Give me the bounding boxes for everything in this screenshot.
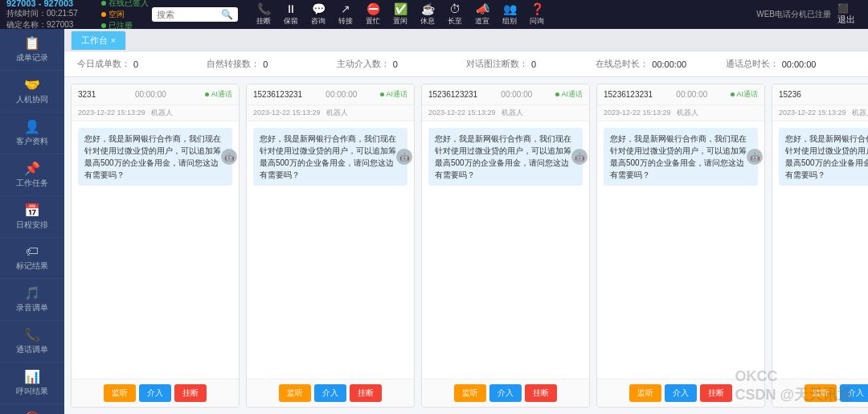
sidebar-item-human-ai[interactable]: 🤝 人机协同 — [0, 71, 64, 113]
toolbar-long[interactable]: ⏱ 长至 — [442, 1, 468, 28]
monitor-button[interactable]: 监听 — [629, 384, 661, 402]
toolbar-idle[interactable]: ✅ 置闲 — [387, 1, 413, 28]
sidebar-item-tags[interactable]: 🏷 标记结果 — [0, 238, 64, 279]
search-icon: 🔍 — [221, 9, 233, 20]
conv-card: 15236123231 00:00:00 AI通话 2023-12-22 15:… — [246, 84, 415, 408]
missed-icon: 📵 — [24, 411, 40, 414]
card-ai-badge: AI通话 — [205, 89, 232, 100]
stats-bar: 今日成单数： 0 自然转接数： 0 主动介入数： 0 对话图注断数： 0 在线总… — [64, 51, 868, 77]
message-bubble: 您好，我是新网银行合作商，我们现在针对使用过微业贷的用户，可以追加筹最高500万… — [253, 128, 407, 186]
sidebar-item-recording[interactable]: 🎵 录音调单 — [0, 279, 64, 321]
card-header: 15236123231 00:00:00 AI通话 — [247, 84, 414, 105]
hold-icon: ⏸ — [285, 2, 297, 15]
conv-card: 3231 00:00:00 AI通话 2023-12-22 15:13:29 机… — [71, 84, 240, 408]
intervene-button[interactable]: 介入 — [139, 384, 171, 402]
sidebar-item-schedule[interactable]: 📅 日程安排 — [0, 196, 64, 238]
card-meta: 2023-12-22 15:13:29 机器人 — [422, 105, 589, 121]
hangup-button[interactable]: 挂断 — [174, 384, 207, 402]
calls-icon: 📞 — [24, 327, 40, 342]
online-dot — [101, 1, 106, 6]
conv-card: 15236123231 00:00:00 AI通话 2023-12-22 15:… — [596, 84, 765, 408]
idle-dot — [101, 12, 106, 17]
sidebar-item-customer[interactable]: 👤 客户资料 — [0, 113, 64, 154]
intervene-button[interactable]: 介入 — [489, 384, 522, 402]
monitor-button[interactable]: 监听 — [454, 384, 486, 402]
top-bar: 927003 - 927003 持续时间：00:21:57 确定名称：92700… — [0, 0, 868, 29]
card-ai-badge: AI通话 — [380, 89, 407, 100]
announce-icon: 📣 — [476, 2, 489, 15]
card-meta: 2023-12-22 15:13:29 机器人 — [247, 105, 414, 121]
sidebar-item-calls[interactable]: 📞 通话调单 — [0, 321, 64, 363]
search-input[interactable] — [157, 10, 221, 19]
busy-icon: ⛔ — [366, 2, 380, 15]
toolbar-hold[interactable]: ⏸ 保留 — [278, 1, 304, 28]
card-header: 3231 00:00:00 AI通话 — [72, 84, 239, 105]
intervene-button[interactable]: 介入 — [314, 384, 346, 402]
ai-dot — [380, 92, 384, 96]
card-body: 您好，我是新网银行合作商，我们现在针对使用过微业贷的用户，可以追加筹最高500万… — [772, 121, 868, 379]
toolbar-announce[interactable]: 📣 道宣 — [469, 1, 495, 28]
tabs-bar: 工作台 × — [64, 29, 868, 51]
avatar: 🤖 — [221, 149, 237, 165]
consult-icon: 💬 — [312, 2, 326, 15]
monitor-button[interactable]: 监听 — [104, 384, 136, 402]
sidebar: 📋 成单记录 🤝 人机协同 👤 客户资料 📌 工作任务 📅 日程安排 🏷 标记结… — [0, 29, 64, 414]
hangup-button[interactable]: 挂断 — [525, 384, 557, 402]
card-body: 您好，我是新网银行合作商，我们现在针对使用过微业贷的用户，可以追加筹最高500万… — [72, 121, 239, 379]
card-ai-badge: AI通话 — [731, 89, 758, 100]
card-footer: 监听 介入 挂断 — [247, 379, 414, 407]
transfer-icon: ↗ — [341, 2, 350, 15]
message-bubble: 您好，我是新网银行合作商，我们现在针对使用过微业贷的用户，可以追加筹最高500万… — [428, 128, 583, 186]
toolbar-inquiry[interactable]: ❓ 问询 — [524, 1, 550, 28]
toolbar-rest[interactable]: ☕ 休息 — [415, 1, 440, 28]
stat-today-count: 今日成单数： 0 — [77, 58, 207, 70]
ai-dot — [555, 92, 559, 96]
message-bubble: 您好，我是新网银行合作商，我们现在针对使用过微业贷的用户，可以追加筹最高500万… — [604, 128, 758, 186]
intervene-button[interactable]: 介入 — [840, 384, 868, 402]
toolbar-transfer[interactable]: ↗ 转接 — [333, 1, 358, 28]
long-icon: ⏱ — [449, 2, 461, 15]
hangup-button[interactable]: 挂断 — [700, 384, 732, 402]
sidebar-item-orders[interactable]: 📋 成单记录 — [0, 29, 64, 71]
message-bubble: 您好，我是新网银行合作商，我们现在针对使用过微业贷的用户，可以追加筹最高500万… — [779, 128, 868, 186]
card-meta: 2023-12-22 15:13:29 机器人 — [72, 105, 239, 121]
web-tel-label: WEB电话分机已注册 — [756, 9, 831, 20]
tab-close-button[interactable]: × — [111, 36, 116, 45]
card-meta: 2023-12-22 15:13:29 机器人 — [772, 105, 868, 121]
sidebar-item-call-results[interactable]: 📊 呼叫结果 — [0, 363, 64, 404]
card-body: 您好，我是新网银行合作商，我们现在针对使用过微业贷的用户，可以追加筹最高500万… — [422, 121, 589, 379]
search-box[interactable]: 🔍 — [152, 7, 238, 22]
stat-dialog-suspend: 对话图注断数： 0 — [466, 58, 596, 70]
card-phone: 15236123231 — [428, 90, 477, 99]
status-idle: 空闲 — [101, 9, 149, 20]
group-icon: 👥 — [503, 2, 517, 15]
sidebar-item-tasks[interactable]: 📌 工作任务 — [0, 154, 64, 196]
cards-area: 3231 00:00:00 AI通话 2023-12-22 15:13:29 机… — [64, 77, 868, 414]
card-phone: 15236123231 — [253, 90, 302, 99]
intervene-button[interactable]: 介入 — [665, 384, 697, 402]
sidebar-item-missed[interactable]: 📵 未接来电 — [0, 404, 64, 414]
avatar: 🤖 — [571, 149, 588, 165]
tags-icon: 🏷 — [26, 244, 39, 259]
status-indicators: 在线已签入 空闲 已注册 — [101, 0, 149, 31]
hangup-button[interactable]: 挂断 — [350, 384, 382, 402]
main-layout: 📋 成单记录 🤝 人机协同 👤 客户资料 📌 工作任务 📅 日程安排 🏷 标记结… — [0, 29, 868, 414]
monitor-button[interactable]: 监听 — [279, 384, 311, 402]
stat-online-duration: 在线总时长： 00:00:00 — [596, 58, 725, 70]
toolbar-hangup[interactable]: 📞 挂断 — [251, 1, 276, 28]
tab-workbench[interactable]: 工作台 × — [71, 31, 126, 50]
toolbar-busy[interactable]: ⛔ 置忙 — [360, 1, 386, 28]
status-registered: 已注册 — [101, 20, 149, 31]
stat-natural-transfer: 自然转接数： 0 — [207, 58, 336, 70]
conv-card: 15236 AI通话 2023-12-22 15:13:29 机器人 您好，我是… — [772, 84, 868, 408]
toolbar-consult[interactable]: 💬 咨询 — [305, 1, 331, 28]
monitor-button[interactable]: 监听 — [805, 384, 837, 402]
logout-button[interactable]: ⬛ 退出 — [831, 0, 862, 29]
status-online: 在线已签入 — [101, 0, 149, 9]
toolbar-group[interactable]: 👥 组别 — [497, 1, 522, 28]
card-footer: 监听 介入 挂断 — [422, 379, 589, 407]
card-body: 您好，我是新网银行合作商，我们现在针对使用过微业贷的用户，可以追加筹最高500万… — [597, 121, 764, 379]
card-footer: 监听 介入 挂断 — [72, 379, 239, 407]
agent-id: 927003 - 927003 — [6, 0, 95, 8]
card-footer: 监听 介入 挂断 — [597, 379, 764, 407]
